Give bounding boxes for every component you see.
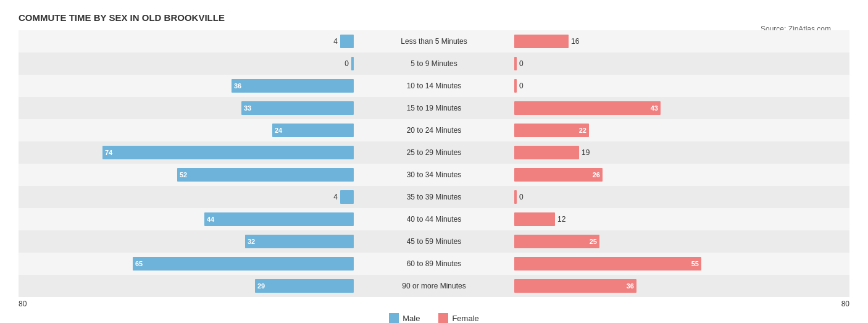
chart-row: 0 5 to 9 Minutes 0 bbox=[19, 52, 849, 75]
male-value-inside: 52 bbox=[180, 171, 187, 178]
right-side: 55 bbox=[434, 253, 849, 275]
right-side: 19 bbox=[434, 141, 849, 164]
right-side: 16 bbox=[434, 30, 849, 52]
legend-male-label: Male bbox=[403, 314, 420, 323]
chart-row: 33 15 to 19 Minutes 43 bbox=[19, 97, 849, 119]
chart-row: 24 20 to 24 Minutes 22 bbox=[19, 119, 849, 141]
legend-male-color bbox=[389, 313, 399, 323]
male-bar: 24 bbox=[272, 124, 354, 137]
female-value: 19 bbox=[582, 148, 590, 157]
chart-row: 74 25 to 29 Minutes 19 bbox=[19, 141, 849, 164]
right-side: 43 bbox=[434, 97, 849, 119]
left-side: 52 bbox=[19, 164, 434, 186]
bar-container: 44 40 to 44 Minutes 12 bbox=[19, 208, 849, 230]
male-value-inside: 24 bbox=[275, 127, 282, 134]
chart-row: 44 40 to 44 Minutes 12 bbox=[19, 208, 849, 230]
male-value-inside: 74 bbox=[105, 149, 112, 156]
bar-container: 65 60 to 89 Minutes 55 bbox=[19, 253, 849, 275]
female-value: 12 bbox=[557, 215, 565, 224]
male-value-inside: 44 bbox=[207, 216, 214, 223]
left-side: 65 bbox=[19, 253, 434, 275]
bar-container: 4 35 to 39 Minutes 0 bbox=[19, 186, 849, 208]
right-side: 12 bbox=[434, 208, 849, 230]
left-side: 36 bbox=[19, 75, 434, 97]
left-side: 0 bbox=[19, 52, 434, 75]
female-bar: 25 bbox=[514, 235, 599, 248]
bar-container: 36 10 to 14 Minutes 0 bbox=[19, 75, 849, 97]
male-bar bbox=[351, 57, 354, 70]
left-side: 33 bbox=[19, 97, 434, 119]
legend-female-label: Female bbox=[452, 314, 478, 323]
female-value-zero: 0 bbox=[519, 193, 524, 201]
right-side: 22 bbox=[434, 119, 849, 141]
female-value: 16 bbox=[571, 37, 579, 46]
female-bar bbox=[514, 57, 517, 70]
left-side: 74 bbox=[19, 141, 434, 164]
male-value-zero: 0 bbox=[344, 59, 349, 68]
male-value-inside: 33 bbox=[244, 104, 251, 112]
female-bar bbox=[514, 79, 517, 93]
bar-container: 24 20 to 24 Minutes 22 bbox=[19, 119, 849, 141]
left-side: 44 bbox=[19, 208, 434, 230]
male-bar: 65 bbox=[133, 257, 354, 271]
chart-title: COMMUTE TIME BY SEX IN OLD BROOKVILLE bbox=[19, 12, 849, 23]
bar-container: 0 5 to 9 Minutes 0 bbox=[19, 52, 849, 75]
male-value-inside: 65 bbox=[135, 260, 143, 267]
legend: Male Female bbox=[19, 313, 849, 323]
female-bar bbox=[514, 212, 555, 226]
female-value-inside: 55 bbox=[691, 260, 699, 267]
male-value-inside: 29 bbox=[257, 282, 265, 290]
male-bar: 74 bbox=[102, 146, 354, 159]
bar-container: 33 15 to 19 Minutes 43 bbox=[19, 97, 849, 119]
male-bar: 32 bbox=[245, 235, 354, 248]
chart-row: 36 10 to 14 Minutes 0 bbox=[19, 75, 849, 97]
chart-area: 4 Less than 5 Minutes 16 bbox=[19, 30, 849, 297]
right-side: 36 bbox=[434, 275, 849, 297]
chart-row: 32 45 to 59 Minutes 25 bbox=[19, 230, 849, 253]
axis-labels: 80 80 bbox=[19, 300, 849, 308]
male-value: 4 bbox=[333, 193, 338, 201]
male-bar: 36 bbox=[232, 79, 354, 93]
bar-container: 4 Less than 5 Minutes 16 bbox=[19, 30, 849, 52]
male-value: 4 bbox=[333, 37, 338, 46]
female-bar bbox=[514, 35, 569, 48]
chart-row: 29 90 or more Minutes 36 bbox=[19, 275, 849, 297]
female-value-zero: 0 bbox=[519, 59, 524, 68]
female-bar bbox=[514, 146, 579, 159]
axis-left: 80 bbox=[19, 300, 27, 308]
legend-female: Female bbox=[438, 313, 478, 323]
male-value-inside: 36 bbox=[234, 82, 241, 90]
chart-row: 52 30 to 34 Minutes 26 bbox=[19, 164, 849, 186]
male-bar: 33 bbox=[241, 101, 354, 115]
left-side: 4 bbox=[19, 186, 434, 208]
female-value-inside: 43 bbox=[651, 104, 658, 112]
legend-female-color bbox=[438, 313, 448, 323]
right-side: 0 bbox=[434, 52, 849, 75]
female-value-inside: 22 bbox=[579, 127, 586, 134]
male-bar bbox=[340, 35, 354, 48]
female-bar bbox=[514, 190, 517, 204]
female-bar: 55 bbox=[514, 257, 701, 271]
male-bar bbox=[340, 190, 354, 204]
female-bar: 43 bbox=[514, 101, 661, 115]
bar-container: 52 30 to 34 Minutes 26 bbox=[19, 164, 849, 186]
male-value-inside: 32 bbox=[248, 238, 255, 245]
female-bar: 26 bbox=[514, 168, 603, 182]
female-value-zero: 0 bbox=[519, 82, 524, 90]
female-bar: 22 bbox=[514, 124, 589, 137]
chart-row: 4 35 to 39 Minutes 0 bbox=[19, 186, 849, 208]
male-bar: 52 bbox=[177, 168, 354, 182]
right-side: 25 bbox=[434, 230, 849, 253]
left-side: 32 bbox=[19, 230, 434, 253]
right-side: 0 bbox=[434, 75, 849, 97]
legend-male: Male bbox=[389, 313, 420, 323]
bar-container: 29 90 or more Minutes 36 bbox=[19, 275, 849, 297]
axis-right: 80 bbox=[841, 300, 849, 308]
female-value-inside: 26 bbox=[593, 171, 600, 178]
left-side: 29 bbox=[19, 275, 434, 297]
bar-container: 32 45 to 59 Minutes 25 bbox=[19, 230, 849, 253]
left-side: 4 bbox=[19, 30, 434, 52]
chart-row: 4 Less than 5 Minutes 16 bbox=[19, 30, 849, 52]
female-value-inside: 36 bbox=[627, 282, 634, 290]
right-side: 26 bbox=[434, 164, 849, 186]
